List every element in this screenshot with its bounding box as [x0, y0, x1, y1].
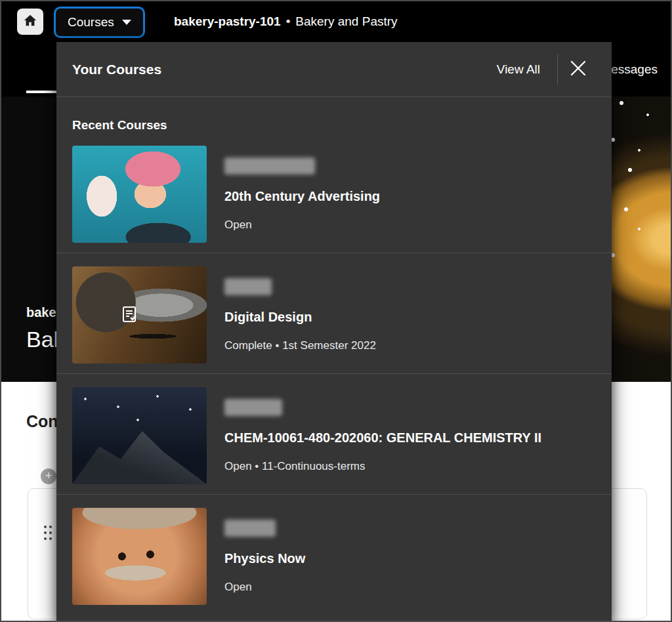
course-item-text: Digital Design Complete • 1st Semester 2… [224, 278, 376, 352]
course-item-text: 20th Century Advertising Open [224, 157, 380, 232]
dropdown-title: Your Courses [72, 62, 497, 77]
app-window: Courses bakery-pastry-101 • Bakery and P… [0, 0, 672, 622]
course-image-einstein [72, 508, 207, 605]
blurred-course-code-badge [224, 278, 272, 295]
close-icon [570, 60, 587, 79]
home-button[interactable] [17, 9, 43, 35]
course-title: 20th Century Advertising [224, 189, 380, 204]
drag-handle-icon[interactable] [44, 526, 53, 541]
courses-menu-button[interactable]: Courses [54, 7, 145, 38]
course-code: bakery-pastry-101 [174, 14, 281, 29]
bullet-separator: • [286, 14, 291, 29]
course-title: Physics Now [224, 551, 305, 566]
top-navbar: Courses bakery-pastry-101 • Bakery and P… [1, 1, 671, 42]
close-button[interactable] [558, 54, 598, 85]
course-status: Open [224, 581, 305, 594]
your-courses-dropdown: Your Courses View All Recent Courses 20t… [56, 42, 612, 622]
chevron-down-icon [122, 20, 131, 25]
mountain-art [72, 414, 207, 484]
course-status: Complete • 1st Semester 2022 [224, 339, 376, 352]
blurred-course-code-badge [224, 520, 276, 537]
view-all-link[interactable]: View All [497, 62, 540, 77]
course-image-mountain [72, 387, 207, 484]
dropdown-header: Your Courses View All [56, 42, 612, 97]
recent-courses-list: 20th Century Advertising Open [56, 133, 612, 615]
course-name: Bakery and Pastry [295, 14, 397, 29]
course-list-item[interactable]: Digital Design Complete • 1st Semester 2… [72, 253, 596, 373]
course-status: Open • 11-Continuous-terms [224, 460, 541, 473]
blurred-course-code-badge [224, 157, 315, 175]
blurred-course-code-badge [224, 399, 282, 416]
add-button[interactable]: + [41, 468, 56, 484]
course-item-text: CHEM-10061-480-202060: GENERAL CHEMISTRY… [224, 399, 541, 473]
course-list-item[interactable]: CHEM-10061-480-202060: GENERAL CHEMISTRY… [72, 374, 596, 494]
course-list-item[interactable]: 20th Century Advertising Open [72, 133, 596, 253]
course-title: CHEM-10061-480-202060: GENERAL CHEMISTRY… [224, 430, 541, 446]
course-template-icon [121, 305, 139, 326]
course-image-advertising [72, 146, 207, 243]
course-item-text: Physics Now Open [224, 520, 305, 594]
recent-courses-heading: Recent Courses [72, 118, 596, 133]
course-list-item[interactable]: Physics Now Open [72, 495, 596, 615]
current-course-title: bakery-pastry-101 • Bakery and Pastry [174, 1, 398, 42]
course-status: Open [224, 218, 380, 232]
courses-button-label: Courses [68, 15, 114, 30]
home-icon [23, 13, 37, 30]
course-title: Digital Design [224, 310, 376, 325]
course-image-coffee-notebook [72, 266, 207, 363]
